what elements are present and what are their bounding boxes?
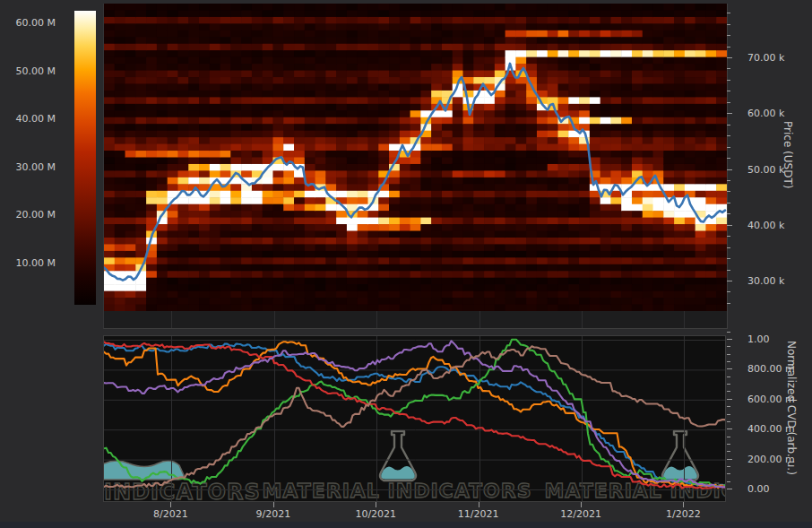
axis-tickmark (727, 57, 732, 58)
axis-tickmark (727, 13, 730, 13)
liquidity-colorbar (74, 11, 96, 305)
colorbar-tick-label: 10.00 M (0, 258, 56, 268)
axis-tickmark (727, 247, 730, 248)
price-tick-label: 40.00 k (747, 221, 784, 230)
axis-tickmark (727, 113, 732, 114)
colorbar-tick-label: 30.00 M (0, 162, 56, 172)
axis-tickmark (727, 354, 730, 355)
date-tick-label: 1/2022 (666, 509, 701, 519)
axis-tickmark (727, 47, 730, 48)
firecharts-liquidity-dashboard: 60.00 M50.00 M40.00 M30.00 M20.00 M10.00… (0, 0, 812, 528)
axis-tickmark (727, 191, 730, 192)
axis-tickmark (727, 281, 732, 281)
axis-tickmark (727, 68, 730, 69)
axis-tickmark (727, 361, 730, 362)
colorbar-tick-label: 20.00 M (0, 210, 56, 220)
cvd-tick-label: 0.00 (747, 484, 770, 494)
axis-tickmark (727, 291, 730, 292)
cvd-plot-area: INDICATORS MATERIAL INDICATORS MATERIAL … (103, 335, 726, 502)
cvd-axis-title: Normalized CVD (arb. u.) (785, 341, 798, 475)
colorbar-tick-label: 50.00 M (0, 66, 56, 76)
axis-tickmark (727, 169, 732, 170)
axis-tickmark (727, 270, 730, 271)
axis-tickmark (727, 444, 730, 445)
axis-tickmark (727, 466, 730, 467)
month-gridline (171, 311, 172, 328)
axis-tickmark (727, 377, 730, 377)
axis-tickmark (727, 451, 730, 452)
axis-tickmark (727, 384, 730, 385)
axis-tickmark (479, 502, 479, 507)
axis-tickmark (273, 502, 274, 507)
bottom-strip (0, 522, 812, 528)
axis-tickmark (727, 102, 730, 103)
month-gridline (684, 311, 685, 328)
axis-tickmark (727, 368, 732, 369)
price-tick-label: 30.00 k (747, 276, 784, 286)
axis-tickmark (727, 125, 730, 126)
liquidity-heatmap-canvas (104, 4, 727, 311)
axis-tickmark (727, 213, 730, 214)
month-gridline (582, 311, 583, 328)
axis-tickmark (727, 391, 730, 392)
axis-tickmark (727, 339, 732, 340)
axis-tickmark (683, 502, 684, 507)
colorbar-tick-label: 40.00 M (0, 114, 56, 124)
axis-tickmark (727, 346, 730, 347)
axis-tickmark (727, 147, 730, 148)
price-tick-label: 50.00 k (747, 165, 784, 175)
axis-tickmark (727, 91, 730, 91)
month-gridline (376, 311, 377, 328)
cvd-lines-canvas (104, 336, 726, 502)
axis-tickmark (727, 225, 732, 226)
axis-tickmark (727, 414, 730, 415)
axis-tickmark (727, 481, 730, 482)
price-tick-label: 70.00 k (747, 53, 784, 63)
date-tick-label: 9/2021 (256, 509, 291, 519)
date-tick-label: 11/2021 (458, 509, 499, 519)
axis-tickmark (727, 406, 730, 407)
date-tick-label: 12/2021 (560, 509, 601, 519)
axis-tickmark (727, 399, 732, 400)
price-tick-label: 60.00 k (747, 108, 784, 118)
axis-tickmark (727, 459, 732, 460)
axis-tickmark (727, 180, 730, 181)
axis-tickmark (727, 332, 730, 333)
axis-tickmark (727, 303, 730, 304)
cvd-tick-label: 1.00 (747, 334, 770, 344)
axis-tickmark (376, 502, 376, 507)
axis-tickmark (727, 473, 730, 474)
axis-tickmark (727, 35, 730, 36)
axis-tickmark (581, 502, 582, 507)
axis-tickmark (727, 203, 730, 203)
heatmap-plot-area (103, 4, 728, 329)
month-gridline (274, 311, 275, 328)
price-axis-title: Price (USDT) (782, 121, 794, 188)
colorbar-tick-label: 60.00 M (0, 18, 56, 28)
axis-tickmark (727, 428, 732, 429)
axis-tickmark (727, 80, 730, 81)
month-gridline (479, 311, 480, 328)
axis-tickmark (727, 135, 730, 136)
axis-tickmark (727, 421, 730, 422)
date-tick-label: 8/2021 (153, 509, 188, 519)
axis-tickmark (727, 24, 730, 25)
date-tick-label: 10/2021 (355, 509, 396, 519)
axis-tickmark (727, 158, 730, 159)
axis-tickmark (727, 489, 732, 489)
axis-tickmark (727, 236, 730, 237)
axis-tickmark (170, 502, 171, 507)
axis-tickmark (727, 258, 730, 259)
axis-tickmark (727, 437, 730, 437)
